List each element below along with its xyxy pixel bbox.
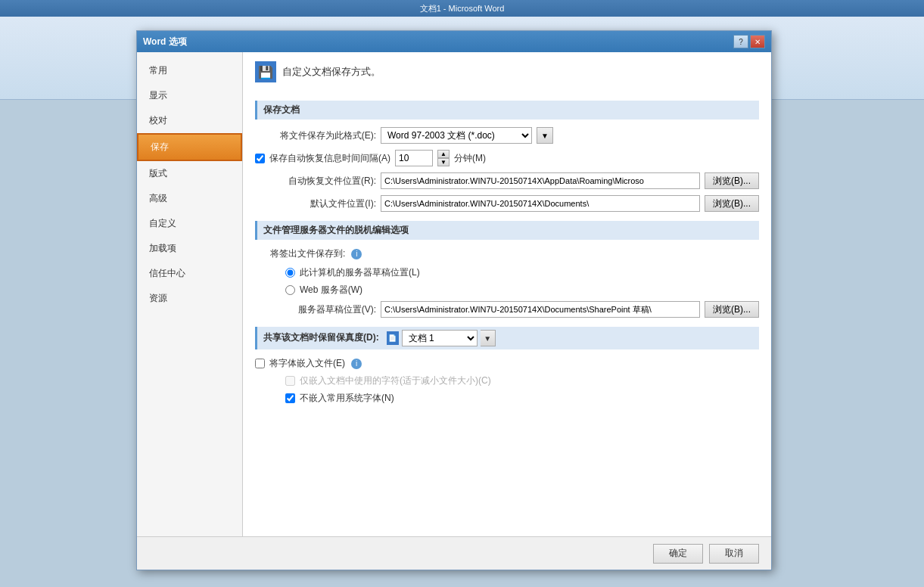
radio-web[interactable]	[285, 285, 295, 295]
autosave-spinner: ▲ ▼	[437, 150, 450, 166]
content-header: 💾 自定义文档保存方式。	[255, 61, 759, 89]
autorecover-browse-btn[interactable]: 浏览(B)...	[705, 172, 759, 189]
default-browse-btn[interactable]: 浏览(B)...	[705, 195, 759, 212]
radio-web-label: Web 服务器(W)	[300, 284, 362, 297]
nav-item-gaoji[interactable]: 高级	[137, 186, 242, 211]
nav-item-jiazaixiang[interactable]: 加载项	[137, 236, 242, 261]
fidelity-doc-select[interactable]: 文档 1	[402, 330, 478, 346]
format-row: 将文件保存为此格式(E): Word 97-2003 文档 (*.doc) ▼	[255, 127, 759, 144]
server-location-row: 服务器草稿位置(V): C:\Users\Administrator.WIN7U…	[255, 301, 759, 318]
fidelity-title-text: 共享该文档时保留保真度(D):	[263, 332, 379, 343]
nav-item-changyong[interactable]: 常用	[137, 58, 242, 83]
autosave-label: 保存自动恢复信息时间间隔(A)	[269, 152, 390, 165]
nav-item-xinrenzhongxin[interactable]: 信任中心	[137, 261, 242, 286]
fidelity-dropdown-btn[interactable]: ▼	[481, 330, 496, 346]
nav-item-banshi[interactable]: 版式	[137, 161, 242, 186]
embed-fonts-row: 将字体嵌入文件(E) i	[255, 357, 759, 370]
autosave-minutes-input[interactable]	[395, 150, 433, 166]
checkin-label: 将签出文件保存到:	[270, 247, 345, 260]
autorecover-path: C:\Users\Administrator.WIN7U-20150714X\A…	[381, 172, 700, 189]
format-dropdown-btn[interactable]: ▼	[537, 127, 553, 144]
format-select[interactable]: Word 97-2003 文档 (*.doc)	[381, 127, 532, 144]
save-header-icon: 💾	[255, 61, 276, 82]
spinner-up[interactable]: ▲	[437, 150, 450, 158]
window-title: 文档1 - Microsoft Word	[420, 3, 505, 14]
section-fidelity-title: 共享该文档时保留保真度(D): 📄 文档 1 ▼	[255, 327, 759, 349]
embed-fonts-info-icon: i	[351, 359, 362, 369]
default-path: C:\Users\Administrator.WIN7U-20150714X\D…	[381, 195, 700, 212]
section-server-title: 文件管理服务器文件的脱机编辑选项	[255, 221, 759, 240]
cancel-button[interactable]: 取消	[709, 544, 759, 564]
autosave-checkbox[interactable]	[255, 154, 265, 163]
dialog-titlebar: Word 选项 ? ✕	[137, 31, 771, 52]
radio-web-row: Web 服务器(W)	[285, 284, 759, 297]
dialog-content: 💾 自定义文档保存方式。 保存文档 将文件保存为此格式(E): Word 97-…	[243, 52, 771, 536]
no-embed-system-row: 不嵌入常用系统字体(N)	[285, 392, 759, 405]
spinner-down[interactable]: ▼	[437, 158, 450, 166]
embed-only-label: 仅嵌入文档中使用的字符(适于减小文件大小)(C)	[300, 374, 491, 387]
embed-only-row: 仅嵌入文档中使用的字符(适于减小文件大小)(C)	[285, 374, 759, 387]
taskbar: 文档1 - Microsoft Word	[0, 0, 924, 17]
autosave-row: 保存自动恢复信息时间间隔(A) ▲ ▼ 分钟(M)	[255, 150, 759, 166]
checkin-label-row: 将签出文件保存到: i	[270, 247, 759, 260]
titlebar-buttons: ? ✕	[733, 35, 765, 48]
server-browse-btn[interactable]: 浏览(B)...	[705, 301, 759, 318]
close-button[interactable]: ✕	[750, 35, 765, 48]
nav-item-jiaodui[interactable]: 校对	[137, 108, 242, 133]
radio-local-row: 此计算机的服务器草稿位置(L)	[285, 266, 759, 279]
server-path: C:\Users\Administrator.WIN7U-20150714X\D…	[381, 301, 700, 318]
nav-item-baocun[interactable]: 保存	[137, 133, 242, 161]
radio-local[interactable]	[285, 268, 295, 278]
word-options-dialog: Word 选项 ? ✕ 常用 显示 校对 保存 版式 高级 自定义 加载项 信任…	[136, 30, 772, 570]
nav-item-xianshi[interactable]: 显示	[137, 83, 242, 108]
dialog-nav: 常用 显示 校对 保存 版式 高级 自定义 加载项 信任中心 资源	[137, 52, 243, 536]
dialog-title: Word 选项	[143, 36, 187, 48]
autosave-unit: 分钟(M)	[454, 152, 486, 165]
nav-item-zidinyi[interactable]: 自定义	[137, 211, 242, 236]
embed-fonts-checkbox[interactable]	[255, 359, 265, 368]
dialog-body: 常用 显示 校对 保存 版式 高级 自定义 加载项 信任中心 资源 💾 自定义文…	[137, 52, 771, 536]
no-embed-system-checkbox[interactable]	[285, 393, 295, 403]
help-button[interactable]: ?	[733, 35, 748, 48]
nav-item-ziyuan[interactable]: 资源	[137, 286, 242, 311]
checkin-info-icon: i	[351, 249, 362, 259]
radio-local-label: 此计算机的服务器草稿位置(L)	[300, 266, 420, 279]
autorecover-row: 自动恢复文件位置(R): C:\Users\Administrator.WIN7…	[255, 172, 759, 189]
dialog-footer: 确定 取消	[137, 536, 771, 570]
section-save-doc-title: 保存文档	[255, 101, 759, 120]
autorecover-label: 自动恢复文件位置(R):	[255, 175, 376, 188]
embed-only-checkbox[interactable]	[285, 376, 295, 386]
content-header-text: 自定义文档保存方式。	[282, 65, 381, 79]
no-embed-system-label: 不嵌入常用系统字体(N)	[300, 392, 394, 405]
embed-fonts-label: 将字体嵌入文件(E)	[269, 357, 345, 370]
server-location-label: 服务器草稿位置(V):	[255, 303, 376, 316]
format-label: 将文件保存为此格式(E):	[255, 129, 376, 142]
default-location-row: 默认文件位置(I): C:\Users\Administrator.WIN7U-…	[255, 195, 759, 212]
ok-button[interactable]: 确定	[653, 544, 703, 564]
fidelity-doc-icon: 📄	[387, 331, 399, 345]
default-location-label: 默认文件位置(I):	[255, 197, 376, 210]
